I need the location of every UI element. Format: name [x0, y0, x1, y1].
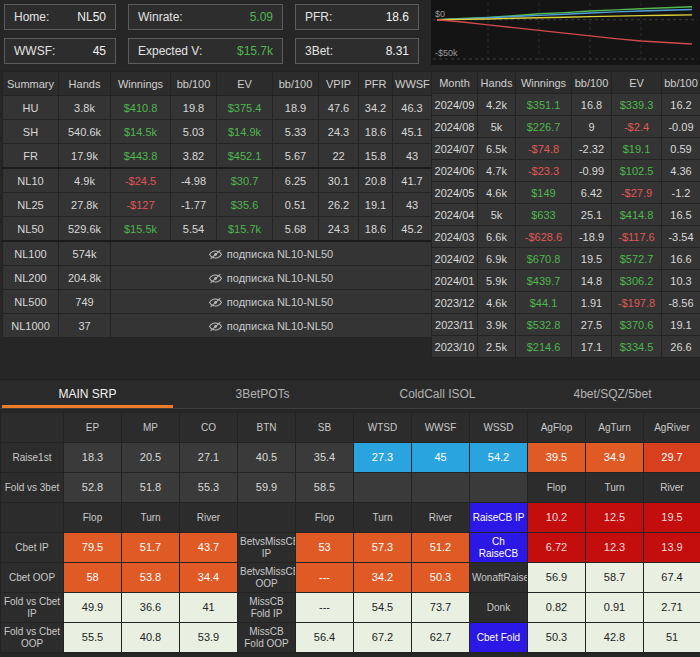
table-row[interactable]: NL50529.6k$15.5k5.54$15.7k5.6824.318.645…: [3, 217, 432, 242]
table-row[interactable]: NL100574kподписка NL10-NL50: [3, 241, 432, 266]
cell: 16.8: [572, 94, 612, 116]
tab-3betpots[interactable]: 3BetPOTs: [175, 380, 350, 408]
cell: 59.9: [238, 473, 296, 503]
stat-label: WWSF:: [14, 44, 55, 58]
cell: Flop: [528, 473, 586, 503]
stat-label: 3Bet:: [305, 44, 333, 58]
table-row[interactable]: 2023/102.5k$214.617.1$334.526.6: [432, 336, 700, 358]
table-row[interactable]: FR17.9k$443.83.82$452.15.672215.843: [3, 144, 432, 169]
table-row[interactable]: SH540.6k$14.5k5.03$14.9k5.3324.318.645.1: [3, 120, 432, 144]
cell: 41: [180, 593, 238, 623]
cell: 6.5k: [478, 138, 516, 160]
table-row[interactable]: 2024/036.6k-$628.6-18.9-$117.6-3.54: [432, 226, 700, 248]
summary-panel: SummaryHandsWinningsbb/100EVbb/100VPIPPF…: [2, 71, 431, 338]
cell: MissCB Fold OOP: [238, 623, 296, 653]
cell: 4.6k: [478, 182, 516, 204]
table-row[interactable]: 2024/076.5k-$74.8-2.32$19.10.59: [432, 138, 700, 160]
table-row[interactable]: NL200204.8kподписка NL10-NL50: [3, 266, 432, 290]
cell: -$2.4: [612, 116, 662, 138]
cell: MP: [122, 413, 180, 443]
cell: 40.8: [122, 623, 180, 653]
table-row[interactable]: 2024/064.7k-$23.3-0.99$102.54.36: [432, 160, 700, 182]
column-header: PFR: [359, 72, 393, 96]
cell: 79.5: [64, 533, 122, 563]
cell: [354, 473, 412, 503]
cell: 2.5k: [478, 336, 516, 358]
cell: 5.03: [171, 120, 217, 144]
chart-svg: $0-$50k: [431, 0, 700, 65]
cell: 2023/10: [432, 336, 478, 358]
cell: BetvsMissCB OOP: [238, 563, 296, 593]
cell: 55.3: [180, 473, 238, 503]
cell: 24.3: [319, 217, 359, 242]
cell: $410.8: [111, 96, 171, 120]
cell: Raise1st: [1, 443, 64, 473]
positional-panel: EPMPCOBTNSBWTSDWWSFWSSDAgFlopAgTurnAgRiv…: [0, 412, 700, 653]
cell: 574k: [59, 241, 111, 266]
cell: 22: [319, 144, 359, 169]
cell: SB: [296, 413, 354, 443]
table-row[interactable]: 2024/085k$226.79-$2.4-0.09: [432, 116, 700, 138]
cell: 9: [572, 116, 612, 138]
cell: 58.5: [296, 473, 354, 503]
table-row[interactable]: HU3.8k$410.819.8$375.418.947.634.246.3: [3, 96, 432, 120]
table-row[interactable]: 2023/124.6k$44.11.91-$197.8-8.56: [432, 292, 700, 314]
table-row[interactable]: NL100037подписка NL10-NL50: [3, 314, 432, 338]
cell: 19.5: [572, 248, 612, 270]
locked-cell: подписка NL10-NL50: [111, 241, 432, 266]
tab-4bet-sqz-5bet[interactable]: 4bet/SQZ/5bet: [525, 380, 700, 408]
tab-main-srp[interactable]: MAIN SRP: [0, 380, 175, 408]
cell: 16.2: [662, 94, 700, 116]
table-row[interactable]: 2024/054.6k$1496.42-$27.9-1.2: [432, 182, 700, 204]
table-row[interactable]: 2023/113.9k$532.827.5$370.619.1: [432, 314, 700, 336]
table-row: FlopTurnRiverFlopTurnRiverRaiseCB IP10.2…: [1, 503, 700, 533]
poker-stats-dashboard: Home:NL50Winrate:5.09PFR:18.6WWSF:45Expe…: [0, 0, 700, 657]
cell: 13.9: [644, 533, 700, 563]
table-row[interactable]: NL2527.8k-$127-1.77$35.60.5126.219.143: [3, 193, 432, 217]
cell: AgFlop: [528, 413, 586, 443]
table-row[interactable]: 2024/094.2k$351.116.8$339.316.2: [432, 94, 700, 116]
cell: 2024/07: [432, 138, 478, 160]
table-row[interactable]: NL104.9k-$24.5-4.98$30.76.2530.120.841.7: [3, 168, 432, 193]
cell: 45.2: [393, 217, 432, 242]
cell: 540.6k: [59, 120, 111, 144]
table-row[interactable]: 2024/015.9k$439.714.8$306.210.3: [432, 270, 700, 292]
cell: 1.91: [572, 292, 612, 314]
cell: 0.51: [273, 193, 319, 217]
cell: $375.4: [217, 96, 273, 120]
cell: [1, 503, 64, 533]
table-row[interactable]: 2024/045k$63325.1$414.816.5: [432, 204, 700, 226]
summary-table: SummaryHandsWinningsbb/100EVbb/100VPIPPF…: [2, 71, 432, 338]
cell: $439.7: [516, 270, 572, 292]
cell: Flop: [296, 503, 354, 533]
cell: 53.8: [122, 563, 180, 593]
cell: 51.2: [412, 533, 470, 563]
locked-note: подписка NL10-NL50: [227, 272, 333, 284]
cell: 43.7: [180, 533, 238, 563]
column-header: VPIP: [319, 72, 359, 96]
cell: Fold vs Cbet IP: [1, 593, 64, 623]
tab-coldcall-isol[interactable]: ColdCall ISOL: [350, 380, 525, 408]
cell: 19.1: [359, 193, 393, 217]
cell: MissCB Fold IP: [238, 593, 296, 623]
cell: 53.9: [180, 623, 238, 653]
cell: 73.7: [412, 593, 470, 623]
cell: 4.7k: [478, 160, 516, 182]
table-row[interactable]: 2024/026.9k$670.819.5$572.716.6: [432, 248, 700, 270]
cell: Fold vs 3bet: [1, 473, 64, 503]
table-row[interactable]: NL500749подписка NL10-NL50: [3, 290, 432, 314]
cell: $14.9k: [217, 120, 273, 144]
cell: Flop: [64, 503, 122, 533]
cell: ---: [296, 563, 354, 593]
cell: 3.82: [171, 144, 217, 169]
cell: 12.3: [586, 533, 644, 563]
cell: $44.1: [516, 292, 572, 314]
cell: -$117.6: [612, 226, 662, 248]
cell: 24.3: [319, 120, 359, 144]
column-header: WWSF: [393, 72, 432, 96]
table-row: EPMPCOBTNSBWTSDWWSFWSSDAgFlopAgTurnAgRiv…: [1, 413, 700, 443]
cell: 4.2k: [478, 94, 516, 116]
column-header: Winnings: [111, 72, 171, 96]
cell: 5.68: [273, 217, 319, 242]
cell: AgTurn: [586, 413, 644, 443]
